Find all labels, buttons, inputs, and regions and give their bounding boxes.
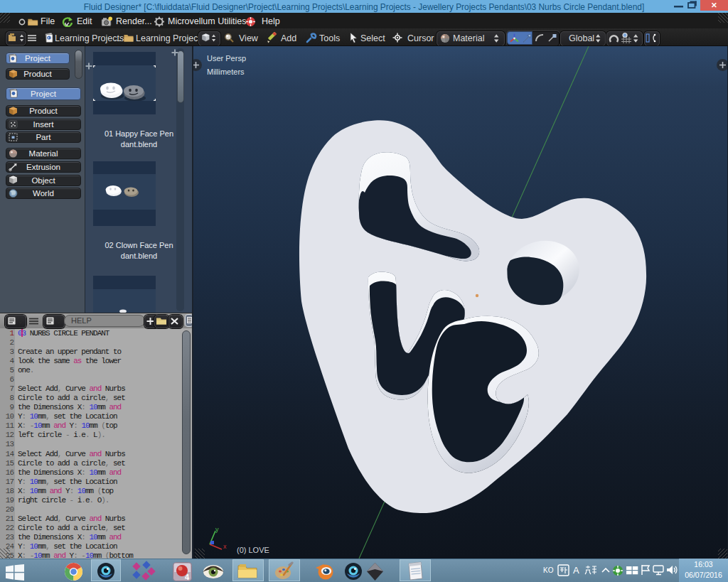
svg-text:x: x xyxy=(223,543,227,550)
svg-text:4: 4 xyxy=(185,573,190,581)
svg-text:y: y xyxy=(215,526,219,533)
